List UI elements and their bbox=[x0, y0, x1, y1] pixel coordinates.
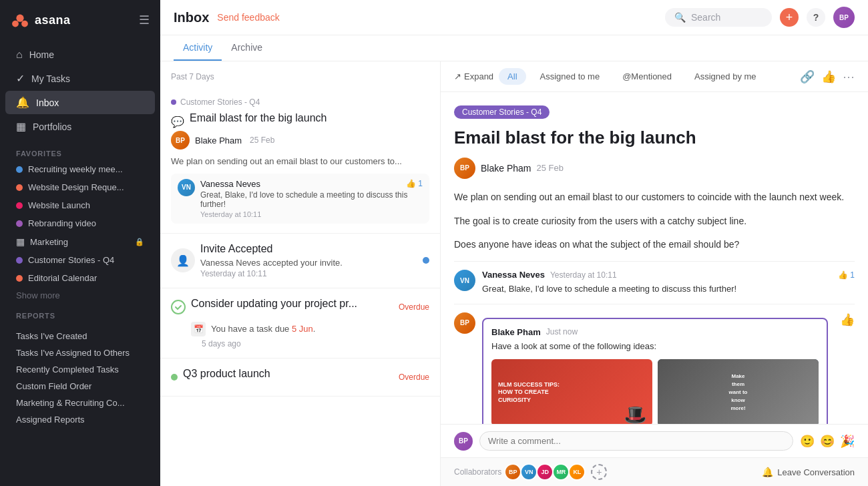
comment-vanessa: VN Vanessa Neves Yesterday at 10:11 👍 1 … bbox=[454, 261, 855, 304]
home-icon: ⌂ bbox=[16, 49, 23, 61]
tab-activity[interactable]: Activity bbox=[174, 35, 222, 61]
sidebar-item-portfolios[interactable]: ▦ Portfolios bbox=[5, 115, 155, 138]
sidebar-favorite-customer-stories[interactable]: Customer Stories - Q4 bbox=[5, 252, 155, 268]
filter-mentioned-button[interactable]: @Mentioned bbox=[614, 68, 680, 85]
sidebar-favorite-rebranding[interactable]: Rebranding video bbox=[5, 215, 155, 232]
reports-section-title: Reports bbox=[0, 304, 160, 322]
check-icon: ✓ bbox=[16, 72, 25, 85]
filter-assigned-by-me-button[interactable]: Assigned by me bbox=[686, 68, 765, 85]
topbar-left: Inbox Send feedback bbox=[174, 10, 280, 25]
sidebar-item-my-tasks[interactable]: ✓ My Tasks bbox=[5, 67, 155, 90]
asana-logo[interactable]: asana bbox=[11, 11, 71, 29]
search-box[interactable]: 🔍 Search bbox=[665, 8, 772, 27]
reply-header: Vanessa Neves 👍 1 bbox=[200, 179, 423, 189]
thumbs-up-icon[interactable]: 👍 bbox=[821, 69, 836, 84]
favorite-dot bbox=[16, 220, 23, 227]
report-item-marketing-recruiting[interactable]: Marketing & Recruiting Co... bbox=[0, 395, 160, 411]
help-button[interactable]: ? bbox=[807, 8, 825, 27]
expand-button[interactable]: ↗ Expand bbox=[454, 71, 493, 81]
favorite-label: Website Design Reque... bbox=[28, 182, 124, 192]
calendar-icon: 📅 bbox=[191, 322, 206, 336]
favorite-label: Recruiting weekly mee... bbox=[28, 164, 123, 174]
link-icon[interactable]: 🔗 bbox=[800, 69, 815, 84]
bell-icon: 🔔 bbox=[762, 467, 773, 477]
report-item-custom-field[interactable]: Custom Field Order bbox=[0, 378, 160, 395]
person-icon: 👤 bbox=[171, 248, 195, 272]
comment-author-vanessa: Vanessa Neves bbox=[482, 270, 545, 280]
emoji-happy-button[interactable]: 😊 bbox=[820, 434, 835, 449]
comment-time-blake: Just now bbox=[546, 327, 578, 336]
emoji-celebrate-button[interactable]: 🎉 bbox=[840, 434, 855, 449]
task-time-ago: 5 days ago bbox=[171, 339, 429, 348]
activity-item-email-blast[interactable]: Customer Stories - Q4 💬 Email blast for … bbox=[160, 88, 440, 234]
send-feedback-link[interactable]: Send feedback bbox=[217, 12, 279, 23]
add-button[interactable]: + bbox=[780, 8, 799, 27]
invite-left: 👤 Invite Accepted Vanessa Neves accepted… bbox=[171, 243, 343, 278]
report-item-assigned-reports[interactable]: Assigned Reports bbox=[0, 411, 160, 428]
sidebar-item-home[interactable]: ⌂ Home bbox=[5, 43, 155, 66]
add-collaborator-button[interactable]: + bbox=[591, 464, 607, 480]
emoji-smiley-button[interactable]: 🙂 bbox=[800, 434, 815, 449]
q3-title: Q3 product launch bbox=[183, 368, 270, 380]
author-avatar: BP bbox=[171, 131, 190, 150]
more-options-button[interactable]: ⋯ bbox=[843, 69, 855, 84]
reports-list: Tasks I've Created Tasks I've Assigned t… bbox=[0, 322, 160, 433]
collab-avatar-5: KL bbox=[568, 463, 586, 481]
favorite-dot bbox=[16, 257, 23, 264]
sidebar-favorite-recruiting[interactable]: Recruiting weekly mee... bbox=[5, 161, 155, 178]
sidebar-favorite-editorial[interactable]: Editorial Calendar bbox=[5, 270, 155, 286]
collaborators-label: Collaborators bbox=[454, 467, 501, 477]
activity-item-q3[interactable]: Q3 product launch Overdue bbox=[160, 358, 440, 397]
filter-all-button[interactable]: All bbox=[499, 68, 525, 85]
activity-reply: VN Vanessa Neves 👍 1 Great, Blake, I'd l… bbox=[171, 174, 429, 224]
favorite-dot bbox=[16, 202, 23, 209]
activity-item-invite[interactable]: 👤 Invite Accepted Vanessa Neves accepted… bbox=[160, 234, 440, 288]
favorite-dot bbox=[16, 166, 23, 173]
activity-item-update-project[interactable]: Consider updating your project pr... Ove… bbox=[160, 288, 440, 358]
search-icon: 🔍 bbox=[674, 12, 686, 23]
sidebar-nav-home-label: Home bbox=[29, 49, 54, 60]
user-avatar[interactable]: BP bbox=[833, 7, 855, 28]
tab-archive[interactable]: Archive bbox=[222, 35, 272, 61]
activity-time: 25 Feb bbox=[250, 136, 274, 145]
reply-content: Vanessa Neves 👍 1 Great, Blake, I'd love… bbox=[200, 179, 423, 218]
collab-avatar-4: MR bbox=[552, 463, 570, 481]
comment-avatar-blake: BP bbox=[454, 312, 475, 334]
sidebar-favorite-website-launch[interactable]: Website Launch bbox=[5, 197, 155, 214]
report-item-tasks-assigned[interactable]: Tasks I've Assigned to Others bbox=[0, 344, 160, 361]
collab-avatar-3: JD bbox=[536, 463, 554, 481]
favorites-section-title: Favorites bbox=[0, 142, 160, 160]
detail-body-line-3: Does anyone have ideas on what the subje… bbox=[454, 237, 855, 253]
comment-like-button[interactable]: 👍 bbox=[840, 312, 855, 327]
detail-author-row: BP Blake Pham 25 Feb bbox=[454, 158, 855, 179]
expand-icon: ↗ bbox=[454, 71, 461, 81]
chart-icon: ▦ bbox=[16, 120, 26, 133]
activity-body: We plan on sending out an email blast to… bbox=[171, 155, 429, 168]
detail-date: 25 Feb bbox=[536, 163, 563, 173]
comment-image-mlm: MLM SUCCESS TIPS:HOW TO CREATECURIOSITY … bbox=[491, 359, 652, 424]
lock-icon: 🔒 bbox=[135, 238, 144, 246]
sidebar-collapse-button[interactable]: ☰ bbox=[139, 13, 150, 27]
comment-input[interactable] bbox=[479, 431, 793, 451]
comment-avatar-vanessa: VN bbox=[454, 270, 475, 291]
sidebar-favorite-marketing[interactable]: ▦ Marketing 🔒 bbox=[5, 233, 155, 250]
detail-body-line-2: The goal is to create curiosity from the… bbox=[454, 214, 855, 230]
leave-conversation-button[interactable]: 🔔 Leave Conversation bbox=[762, 467, 855, 477]
svg-point-1 bbox=[12, 21, 19, 27]
overdue-header: Consider updating your project pr... Ove… bbox=[171, 298, 429, 316]
sidebar-nav-inbox-label: Inbox bbox=[36, 97, 59, 108]
filter-assigned-to-me-button[interactable]: Assigned to me bbox=[531, 68, 609, 85]
favorite-dot bbox=[16, 275, 23, 282]
sidebar-item-inbox[interactable]: 🔔 Inbox bbox=[5, 91, 155, 114]
reply-avatar: VN bbox=[178, 179, 195, 196]
show-more-button[interactable]: Show more bbox=[0, 287, 160, 304]
reply-like-count: 👍 1 bbox=[406, 179, 423, 188]
period-label: Past 7 Days bbox=[160, 72, 440, 88]
detail-title: Email blast for the big launch bbox=[454, 127, 855, 150]
sidebar-favorite-website-design[interactable]: Website Design Reque... bbox=[5, 179, 155, 196]
report-item-tasks-created[interactable]: Tasks I've Created bbox=[0, 328, 160, 344]
report-item-recently-completed[interactable]: Recently Completed Tasks bbox=[0, 361, 160, 378]
emoji-buttons: 🙂 😊 🎉 bbox=[800, 434, 855, 449]
sidebar: asana ☰ ⌂ Home ✓ My Tasks 🔔 Inbox ▦ Port… bbox=[0, 0, 160, 486]
comment-input-area: BP 🙂 😊 🎉 bbox=[441, 424, 868, 457]
